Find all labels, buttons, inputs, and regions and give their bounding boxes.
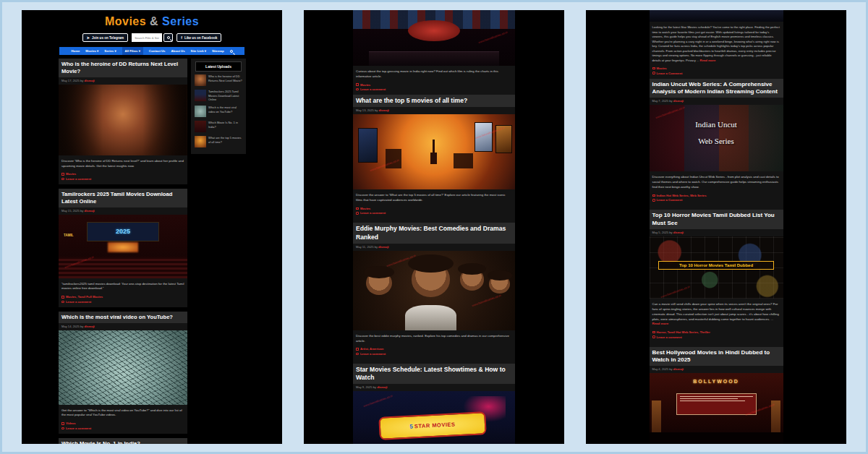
article-thumbnail-heroine[interactable]: [59, 85, 187, 155]
nav-item-about-us[interactable]: About Us: [171, 47, 185, 55]
sidebar-item[interactable]: Tamilrockers 2025 Tamil Movies Download …: [195, 90, 242, 102]
read-more-link[interactable]: Read more: [652, 322, 669, 325]
nav-item-home[interactable]: Home: [71, 47, 80, 55]
article-thumbnail-horror-grid[interactable]: Top 10 Horror Movies Tamil Dubbed www.ho…: [650, 236, 783, 299]
read-more-link[interactable]: Read more: [700, 59, 716, 62]
date-text: May 9, 2025 by: [356, 385, 377, 389]
article-date: May 7, 2025 by dismoji: [650, 98, 783, 105]
sidebar: Latest Uploads Who is the heroine of DD …: [191, 59, 246, 154]
article-title[interactable]: Best Hollywood Movies in Hindi Dubbed to…: [650, 347, 783, 367]
article-thumbnail-bollywood[interactable]: BOLLYWOOD www.hotwebseries.co.in: [650, 373, 783, 444]
sidebar-item[interactable]: What are the top 5 movies of all time?: [195, 136, 242, 147]
comment-icon: [61, 427, 64, 430]
marquee-year: 2025: [116, 228, 130, 235]
author-link[interactable]: dismoji: [84, 209, 94, 213]
article-thumbnail-skyline[interactable]: www.hotwebseries.co.in www.hotwebseries.…: [353, 114, 515, 189]
article-tamilrockers: Tamilrockers 2025 Tamil Movies Download …: [59, 189, 187, 307]
audience-silhouette: [650, 432, 783, 444]
category-link[interactable]: Videos: [66, 421, 76, 425]
category-link[interactable]: Movies, Tamil Full Movies: [66, 295, 103, 299]
article-title[interactable]: Tamilrockers 2025 Tamil Movies Download …: [59, 189, 187, 207]
author-link[interactable]: dismoji: [84, 79, 94, 82]
telegram-button[interactable]: ➤ Join us on Telegram: [82, 33, 129, 42]
article-meta: Movies, Tamil Full Movies Leave a commen…: [59, 293, 187, 307]
article-title[interactable]: Who is the heroine of DD Returns Next Le…: [59, 59, 187, 77]
category-link[interactable]: Artist, American: [360, 347, 383, 351]
article-image-control-room[interactable]: www.hotwebseries.co.in: [353, 10, 515, 66]
article-thumbnail-cinema[interactable]: TAMIL 2025 www.hotwebseries.co.in: [59, 215, 187, 278]
nav-item-series[interactable]: Series ▾: [104, 47, 116, 55]
sidebar-thumbnail: [195, 121, 206, 132]
comment-icon: [61, 301, 64, 304]
author-link[interactable]: dismoji: [673, 367, 684, 371]
article-excerpt: Discover everything about Indian Uncut W…: [650, 171, 783, 191]
search-input[interactable]: [132, 33, 162, 42]
screenshot-panel-3: Looking for the latest Star Movies sched…: [586, 10, 846, 444]
author-link[interactable]: dismoji: [84, 325, 94, 328]
article-excerpt: Discover the best eddie murphy movies, r…: [353, 330, 515, 346]
article-thumbnail-crowd[interactable]: [59, 330, 187, 405]
author-link[interactable]: dismoji: [377, 385, 387, 389]
nav-item-movies[interactable]: Movies ▾: [85, 47, 98, 55]
comments-link[interactable]: Leave a comment: [66, 177, 91, 181]
nav-item-sitemap[interactable]: Sitemap: [212, 47, 224, 55]
category-link[interactable]: Movies: [66, 172, 76, 176]
article-title[interactable]: Star Movies Schedule: Latest Showtimes &…: [353, 364, 515, 384]
comments-link[interactable]: Leave a comment: [66, 427, 91, 430]
author-link[interactable]: dismoji: [378, 108, 388, 112]
comments-link[interactable]: Leave a Comment: [657, 72, 683, 75]
author-link[interactable]: dismoji: [673, 231, 684, 234]
article-thumbnail-eddie-collage[interactable]: www.hotwebseries.co.in www.hotwebseries.…: [353, 251, 515, 330]
nav-item-contact-us[interactable]: Contact Us: [149, 47, 166, 55]
author-link[interactable]: dismoji: [673, 99, 684, 103]
sidebar-thumbnail: [195, 90, 206, 101]
article-indian-uncut: Indian Uncut Web Series: A Comprehensive…: [650, 79, 783, 206]
article-thumbnail-star-movies[interactable]: 5 STAR MOVIES www.hotwebseries.co.in: [353, 391, 515, 444]
comments-link[interactable]: Leave a comment: [360, 87, 386, 91]
category-link[interactable]: Movies: [360, 83, 370, 87]
search-button[interactable]: [163, 33, 173, 42]
facebook-button[interactable]: f Like us on Facebook: [176, 33, 221, 42]
nav-item-all-films[interactable]: All Films ▾: [122, 47, 143, 55]
article-excerpt: Discover the answer to 'What are the top…: [353, 189, 515, 205]
article-title[interactable]: Which Movie Is No. 1 in India?: [59, 438, 187, 444]
sidebar-item[interactable]: Which Movie Is No. 1 in India?: [195, 121, 242, 132]
sidebar-item[interactable]: Who is the heroine of DD Returns Next Le…: [195, 74, 242, 86]
site-title: Movies & Series: [22, 15, 282, 28]
author-link[interactable]: dismoji: [378, 245, 388, 249]
movie-poster: [358, 128, 378, 163]
article-title[interactable]: Eddie Murphy Movies: Best Comedies and D…: [353, 223, 515, 243]
category-link[interactable]: Indian Hot Web Series, Web Series: [657, 194, 707, 197]
sidebar-item-label: What are the top 5 movies of all time?: [208, 136, 242, 147]
face-illustration: [366, 271, 392, 295]
article-title[interactable]: Which is the most viral video on YouTube…: [59, 312, 187, 323]
date-text: May 4, 2025 by: [652, 367, 673, 371]
date-text: May 13, 2025 by: [356, 108, 378, 112]
comment-icon: [356, 88, 359, 91]
category-icon: [61, 422, 64, 425]
comments-link[interactable]: Leave a Comment: [657, 198, 683, 202]
category-link[interactable]: Movies: [360, 207, 370, 210]
sign-number: 5: [409, 424, 413, 430]
article-title[interactable]: What are the top 5 movies of all time?: [353, 95, 515, 107]
category-link[interactable]: Movies: [657, 67, 667, 70]
nav-item-site-link[interactable]: Site Link ▾: [191, 47, 206, 55]
article-thumbnail-indian-uncut[interactable]: Indian Uncut Web Series www.hotwebseries…: [650, 105, 783, 171]
comments-link[interactable]: Leave a comment: [360, 352, 386, 356]
category-icon: [356, 348, 359, 351]
article-excerpt: "tamilrockers2025 tamil movies download:…: [59, 278, 187, 294]
sidebar-item[interactable]: Which is the most viral video on YouTube…: [195, 106, 242, 117]
nav-search-icon[interactable]: [230, 50, 233, 53]
comments-link[interactable]: Leave a comment: [657, 335, 682, 339]
article-title[interactable]: Indian Uncut Web Series: A Comprehensive…: [650, 79, 783, 98]
comments-link[interactable]: Leave a comment: [360, 211, 386, 215]
decorative-shadow: [143, 85, 187, 155]
article-excerpt: Can a movie still send chills down your …: [650, 299, 783, 328]
search-box: [132, 33, 173, 42]
category-link[interactable]: Horror, Tamil Hot Web Series, Thriller: [657, 330, 710, 334]
marquee-sign: [676, 393, 757, 415]
article-title[interactable]: Top 10 Horror Movies Tamil Dubbed List Y…: [650, 210, 783, 229]
comments-link[interactable]: Leave a comment: [66, 300, 91, 304]
article-meta: Movies Leave a comment: [353, 205, 515, 219]
overlay-title-line1: Indian Uncut: [650, 120, 783, 129]
